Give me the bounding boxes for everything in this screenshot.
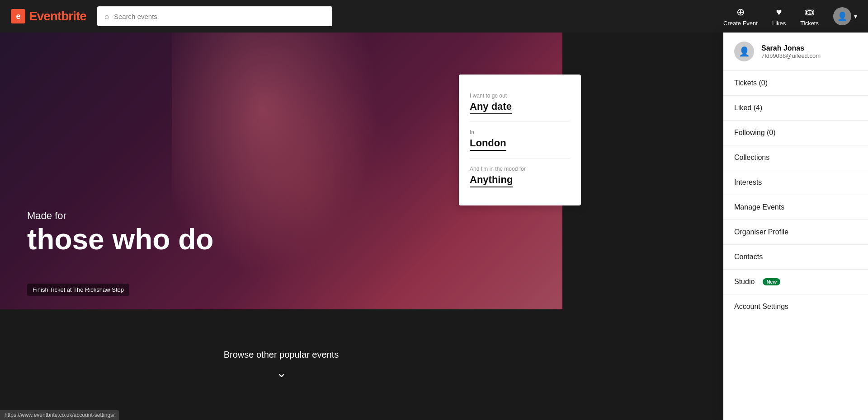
create-event-label: Create Event: [723, 20, 758, 27]
logo-text: Eventbrite: [29, 9, 86, 23]
avatar-icon: 👤: [837, 11, 847, 21]
browse-chevron-icon[interactable]: ⌄: [276, 365, 287, 380]
likes-button[interactable]: ♥ Likes: [772, 6, 786, 27]
date-value[interactable]: Any date: [470, 101, 512, 114]
dropdown-item-organiser-profile-label: Organiser Profile: [734, 228, 788, 236]
create-event-icon: ⊕: [736, 6, 745, 18]
url-bar: https://www.eventbrite.co.uk/account-set…: [0, 410, 119, 420]
dropdown-email: 7fdb9038@uifeed.com: [761, 52, 821, 59]
nav-actions: ⊕ Create Event ♥ Likes 🎟 Tickets 👤 ▾: [723, 6, 857, 27]
new-badge: New: [763, 278, 780, 285]
logo-icon: e: [11, 9, 25, 23]
dropdown-item-studio[interactable]: Studio New: [723, 270, 868, 294]
ticket-icon: 🎟: [805, 6, 815, 18]
location-value[interactable]: London: [470, 137, 506, 151]
navbar: e Eventbrite ⌕ ⊕ Create Event ♥ Likes 🎟 …: [0, 0, 868, 33]
dropdown-avatar: 👤: [734, 42, 754, 61]
location-section[interactable]: In London: [470, 122, 570, 159]
dropdown-item-collections[interactable]: Collections: [723, 145, 868, 170]
dropdown-username: Sarah Jonas: [761, 44, 821, 52]
hero-figure: [172, 27, 398, 298]
dropdown-user-info: Sarah Jonas 7fdb9038@uifeed.com: [761, 44, 821, 59]
create-event-button[interactable]: ⊕ Create Event: [723, 6, 758, 27]
dropdown-item-tickets[interactable]: Tickets (0): [723, 71, 868, 96]
hero-tagline-large: those who do: [27, 224, 213, 255]
dropdown-item-interests-label: Interests: [734, 178, 762, 187]
tickets-button[interactable]: 🎟 Tickets: [800, 6, 819, 27]
search-panel: I want to go out Any date In London And …: [459, 75, 581, 205]
dropdown-header: 👤 Sarah Jonas 7fdb9038@uifeed.com: [723, 33, 868, 71]
want-label: I want to go out: [470, 93, 570, 99]
search-bar[interactable]: ⌕: [97, 6, 332, 26]
dropdown-item-contacts-label: Contacts: [734, 253, 763, 261]
dropdown-menu: 👤 Sarah Jonas 7fdb9038@uifeed.com Ticket…: [723, 33, 868, 420]
dropdown-item-account-settings-label: Account Settings: [734, 303, 788, 311]
dropdown-avatar-icon: 👤: [739, 46, 750, 57]
hero-tagline-small: Made for: [27, 210, 213, 222]
dropdown-item-liked[interactable]: Liked (4): [723, 96, 868, 121]
search-input[interactable]: [114, 13, 325, 20]
search-icon: ⌕: [104, 12, 109, 21]
dropdown-item-tickets-label: Tickets (0): [734, 79, 768, 87]
dropdown-item-liked-label: Liked (4): [734, 104, 762, 112]
dropdown-item-collections-label: Collections: [734, 154, 769, 162]
browse-text: Browse other popular events: [224, 350, 339, 360]
browse-section: Browse other popular events ⌄: [0, 309, 562, 420]
dropdown-item-interests[interactable]: Interests: [723, 170, 868, 195]
logo[interactable]: e Eventbrite: [11, 9, 86, 23]
avatar[interactable]: 👤: [833, 7, 851, 25]
mood-section[interactable]: And I'm in the mood for Anything: [470, 159, 570, 195]
dropdown-item-following-label: Following (0): [734, 129, 776, 137]
dropdown-item-manage-events-label: Manage Events: [734, 203, 784, 211]
dropdown-item-account-settings[interactable]: Account Settings: [723, 294, 868, 319]
mood-label: And I'm in the mood for: [470, 166, 570, 172]
chevron-down-icon[interactable]: ▾: [854, 13, 857, 20]
dropdown-item-studio-label: Studio: [734, 278, 755, 286]
dropdown-item-following[interactable]: Following (0): [723, 121, 868, 145]
ticket-badge: Finish Ticket at The Rickshaw Stop: [27, 284, 129, 296]
heart-icon: ♥: [776, 6, 782, 18]
date-section[interactable]: I want to go out Any date: [470, 85, 570, 122]
dropdown-item-contacts[interactable]: Contacts: [723, 245, 868, 270]
url-text: https://www.eventbrite.co.uk/account-set…: [5, 412, 114, 418]
likes-label: Likes: [772, 20, 786, 27]
dropdown-item-organiser-profile[interactable]: Organiser Profile: [723, 220, 868, 245]
dropdown-item-manage-events[interactable]: Manage Events: [723, 195, 868, 220]
tickets-label: Tickets: [800, 20, 819, 27]
hero-text: Made for those who do: [27, 210, 213, 255]
mood-value[interactable]: Anything: [470, 174, 513, 187]
user-avatar-group[interactable]: 👤 ▾: [833, 7, 857, 25]
in-label: In: [470, 129, 570, 135]
